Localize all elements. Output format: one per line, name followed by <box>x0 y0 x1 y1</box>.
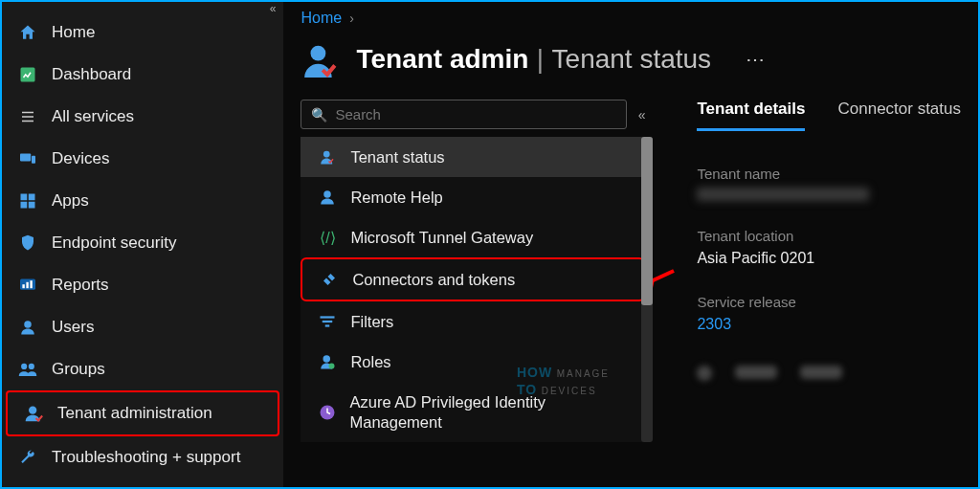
svg-rect-4 <box>20 153 31 161</box>
nav-groups[interactable]: Groups <box>2 348 283 390</box>
svg-point-18 <box>311 46 326 61</box>
left-sidebar: « Home Dashboard All services Devices Ap… <box>2 2 283 487</box>
more-actions-icon[interactable]: ⋯ <box>746 48 765 71</box>
field-tenant-name: Tenant name <box>697 166 961 201</box>
svg-rect-5 <box>32 156 35 164</box>
tenant-name-value-redacted <box>697 188 869 201</box>
nav-label: Devices <box>52 149 109 168</box>
tenant-name-label: Tenant name <box>697 166 961 182</box>
search-icon: 🔍 <box>311 107 327 122</box>
nav-label: Tenant administration <box>57 404 212 423</box>
svg-point-17 <box>29 407 36 414</box>
main-pane: Home › Tenant admin | Tenant status ⋯ 🔍 … <box>283 2 978 487</box>
menu-azure-ad-pim[interactable]: Azure AD Privileged Identity Management <box>301 382 645 442</box>
submenu-column: 🔍 « Tenant status Remote Help <box>301 100 645 487</box>
redacted-row <box>697 366 961 381</box>
nav-home[interactable]: Home <box>2 11 283 54</box>
svg-rect-0 <box>21 68 35 82</box>
menu-connectors-tokens[interactable]: Connectors and tokens <box>301 257 645 301</box>
collapse-sidebar-icon[interactable]: « <box>270 2 277 15</box>
nav-all-services[interactable]: All services <box>2 96 283 138</box>
nav-endpoint-security[interactable]: Endpoint security <box>2 222 283 264</box>
service-release-label: Service release <box>697 294 961 310</box>
breadcrumb-home[interactable]: Home <box>301 10 342 27</box>
shield-icon <box>17 233 38 254</box>
tenant-admin-icon <box>301 40 339 78</box>
breadcrumb: Home › <box>301 2 961 33</box>
tab-bar: Tenant details Connector status <box>697 100 961 137</box>
scrollbar[interactable] <box>641 137 653 442</box>
menu-label: Filters <box>350 313 393 331</box>
tenant-icon <box>23 403 44 424</box>
pim-icon <box>318 403 336 422</box>
svg-point-15 <box>21 364 27 369</box>
nav-label: Reports <box>52 276 109 295</box>
svg-rect-11 <box>22 284 24 288</box>
svg-point-24 <box>323 355 331 363</box>
menu-label: Tenant status <box>350 148 444 167</box>
menu-tunnel-gateway[interactable]: ⟨/⟩ Microsoft Tunnel Gateway <box>301 217 645 257</box>
menu-label: Remote Help <box>350 189 442 207</box>
remote-help-icon <box>318 188 337 207</box>
nav-devices[interactable]: Devices <box>2 138 283 180</box>
nav-label: Endpoint security <box>52 233 176 253</box>
nav-dashboard[interactable]: Dashboard <box>2 54 283 96</box>
nav-label: Users <box>52 318 94 337</box>
tenant-location-label: Tenant location <box>697 228 961 244</box>
menu-label: Azure AD Privileged Identity Management <box>349 392 628 432</box>
svg-rect-8 <box>21 202 28 209</box>
menu-filters[interactable]: Filters <box>301 301 645 342</box>
page-subtitle: Tenant status <box>552 44 712 74</box>
submenu-list: Tenant status Remote Help ⟨/⟩ Microsoft … <box>301 137 645 442</box>
nav-reports[interactable]: Reports <box>2 264 283 306</box>
service-release-value[interactable]: 2303 <box>697 316 961 333</box>
menu-label: Microsoft Tunnel Gateway <box>350 229 533 247</box>
svg-point-16 <box>29 364 34 369</box>
home-icon <box>17 22 38 43</box>
tab-tenant-details[interactable]: Tenant details <box>697 100 805 131</box>
roles-icon <box>318 352 337 371</box>
tenant-status-icon <box>318 147 337 167</box>
nav-apps[interactable]: Apps <box>2 180 283 222</box>
menu-label: Connectors and tokens <box>352 271 515 289</box>
svg-point-14 <box>24 321 32 328</box>
user-icon <box>17 317 38 338</box>
tunnel-icon: ⟨/⟩ <box>318 228 337 247</box>
nav-label: Groups <box>52 360 105 379</box>
nav-label: Troubleshooting + support <box>52 448 240 467</box>
svg-point-19 <box>323 151 330 158</box>
tenant-location-value: Asia Pacific 0201 <box>697 250 961 267</box>
nav-troubleshooting[interactable]: Troubleshooting + support <box>2 436 283 478</box>
nav-users[interactable]: Users <box>2 306 283 348</box>
svg-point-25 <box>329 364 335 369</box>
chevron-right-icon: › <box>349 11 354 26</box>
field-tenant-location: Tenant location Asia Pacific 0201 <box>697 228 961 267</box>
nav-label: All services <box>52 107 134 126</box>
collapse-menu-icon[interactable]: « <box>638 107 646 122</box>
menu-label: Roles <box>350 353 390 371</box>
search-box[interactable]: 🔍 <box>301 100 626 129</box>
menu-tenant-status[interactable]: Tenant status <box>301 137 645 177</box>
svg-rect-12 <box>26 282 28 288</box>
details-column: Tenant details Connector status Tenant n… <box>645 100 961 487</box>
apps-icon <box>17 190 38 211</box>
page-title-group: Tenant admin | Tenant status <box>356 44 711 75</box>
connector-icon <box>320 270 339 289</box>
devices-icon <box>17 148 38 169</box>
search-input[interactable] <box>335 106 615 122</box>
filter-icon <box>318 312 337 331</box>
reports-icon <box>17 275 38 296</box>
scrollbar-thumb[interactable] <box>641 137 653 305</box>
svg-point-20 <box>324 190 332 198</box>
dashboard-icon <box>17 64 38 85</box>
field-service-release: Service release 2303 <box>697 294 961 333</box>
menu-remote-help[interactable]: Remote Help <box>301 177 645 217</box>
tab-connector-status[interactable]: Connector status <box>837 100 961 131</box>
list-icon <box>17 106 38 127</box>
svg-rect-6 <box>21 194 28 201</box>
nav-tenant-administration[interactable]: Tenant administration <box>6 390 279 436</box>
menu-roles[interactable]: Roles <box>301 342 645 382</box>
nav-label: Dashboard <box>52 65 131 84</box>
nav-label: Apps <box>52 191 89 211</box>
groups-icon <box>17 359 38 380</box>
